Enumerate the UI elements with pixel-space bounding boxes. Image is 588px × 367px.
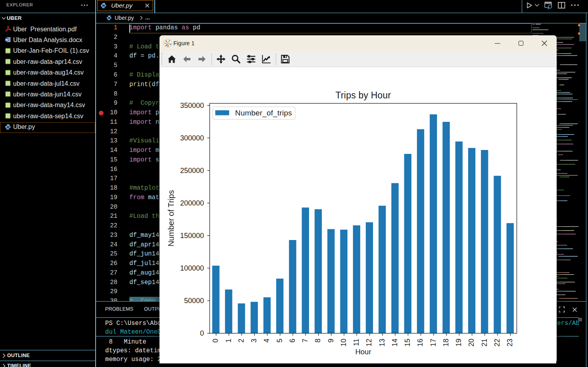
svg-text:8: 8 [314, 339, 322, 343]
svg-text:6: 6 [288, 339, 296, 343]
svg-text:3: 3 [250, 339, 258, 343]
svg-text:20: 20 [467, 339, 475, 347]
svg-text:150000: 150000 [180, 232, 204, 240]
svg-text:1: 1 [225, 339, 233, 343]
svg-text:15: 15 [404, 339, 411, 347]
svg-text:Number_of_trips: Number_of_trips [235, 109, 292, 117]
svg-text:12: 12 [365, 339, 373, 347]
svg-text:18: 18 [442, 339, 450, 347]
svg-text:9: 9 [327, 339, 335, 343]
svg-text:4: 4 [263, 339, 271, 343]
svg-text:17: 17 [429, 339, 437, 347]
svg-text:0: 0 [211, 339, 219, 343]
svg-text:Number of Trips: Number of Trips [167, 190, 175, 246]
svg-text:350000: 350000 [180, 102, 204, 110]
svg-text:14: 14 [391, 339, 399, 347]
svg-text:13: 13 [378, 339, 386, 347]
svg-text:300000: 300000 [180, 134, 204, 142]
svg-text:Trips by Hour: Trips by Hour [336, 90, 391, 100]
svg-text:50000: 50000 [184, 297, 204, 305]
svg-text:200000: 200000 [180, 199, 204, 207]
svg-text:19: 19 [455, 339, 463, 347]
svg-text:11: 11 [352, 339, 360, 346]
svg-text:21: 21 [480, 339, 488, 347]
svg-text:2: 2 [237, 339, 245, 343]
svg-text:10: 10 [340, 339, 348, 347]
svg-text:23: 23 [506, 339, 514, 347]
svg-text:7: 7 [301, 339, 309, 343]
svg-text:250000: 250000 [180, 167, 204, 175]
svg-text:16: 16 [416, 339, 424, 347]
svg-text:100000: 100000 [180, 264, 204, 272]
svg-text:0: 0 [200, 329, 204, 337]
svg-text:Hour: Hour [355, 348, 371, 356]
svg-text:22: 22 [493, 339, 501, 347]
svg-text:W: W [5, 38, 8, 42]
svg-text:5: 5 [276, 339, 284, 343]
